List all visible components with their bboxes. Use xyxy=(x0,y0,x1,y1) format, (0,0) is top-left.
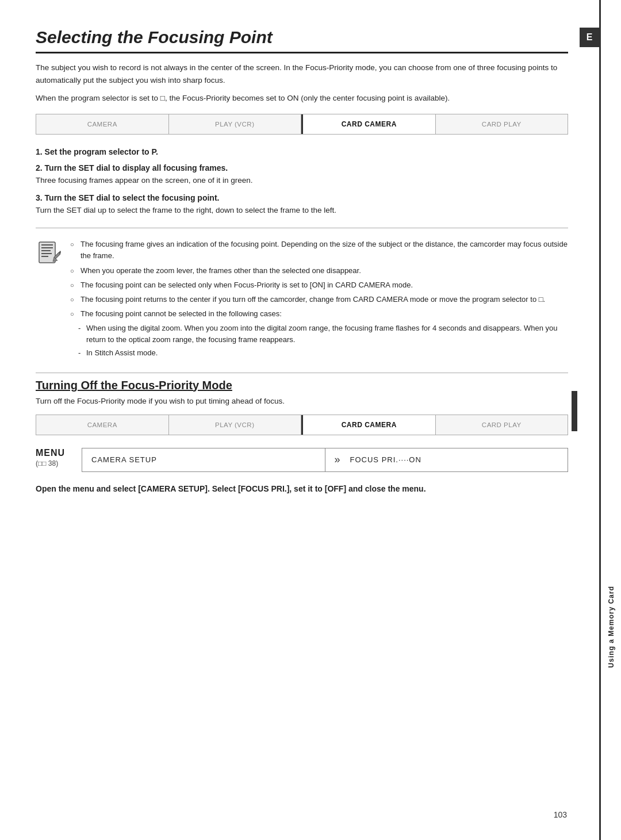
mode-play-vcr-2: PLAY (VCR) xyxy=(169,415,302,435)
svg-rect-3 xyxy=(41,250,51,251)
step-3: 3. Turn the SET dial to select the focus… xyxy=(36,193,568,216)
mode-play-vcr-1: PLAY (VCR) xyxy=(169,114,302,134)
final-instruction: Open the menu and select [CAMERA SETUP].… xyxy=(36,482,568,495)
section-2-intro: Turn off the Focus-Priority mode if you … xyxy=(36,397,568,405)
page-title: Selecting the Focusing Point xyxy=(36,28,568,53)
side-tab: Using a Memory Card xyxy=(599,0,621,840)
step-2: 2. Turn the SET dial to display all focu… xyxy=(36,163,568,186)
menu-label: MENU xyxy=(36,448,65,458)
mode-selector-bar-2: CAMERA PLAY (VCR) CARD CAMERA CARD PLAY xyxy=(36,415,568,435)
mode-selector-bar-1: CAMERA PLAY (VCR) CARD CAMERA CARD PLAY xyxy=(36,114,568,135)
menu-label-block: MENU (□□ 38) xyxy=(36,448,76,472)
svg-rect-4 xyxy=(41,253,52,254)
step-3-title: 3. Turn the SET dial to select the focus… xyxy=(36,193,568,202)
note-list: The focusing frame gives an indication o… xyxy=(70,239,568,360)
svg-rect-2 xyxy=(41,247,53,248)
note-item-5: The focusing point cannot be selected in… xyxy=(70,308,568,320)
sub-note-2: In Stitch Assist mode. xyxy=(78,347,568,359)
intro-paragraph-1: The subject you wish to record is not al… xyxy=(36,62,568,86)
menu-box: CAMERA SETUP » FOCUS PRI.····ON xyxy=(82,448,568,472)
note-item-2: When you operate the zoom lever, the fra… xyxy=(70,265,568,277)
page-number: 103 xyxy=(554,810,567,819)
mode-camera-2: CAMERA xyxy=(36,415,169,435)
menu-focus-value: FOCUS PRI.····ON xyxy=(350,455,421,464)
mode-card-play-2: CARD PLAY xyxy=(436,415,568,435)
step-2-desc: Three focusing frames appear on the scre… xyxy=(36,175,568,186)
svg-rect-5 xyxy=(41,256,48,257)
section-marker-bar xyxy=(572,391,577,431)
mode-camera-1: CAMERA xyxy=(36,114,169,134)
note-icon xyxy=(36,240,62,266)
note-item-4: The focusing point returns to the center… xyxy=(70,294,568,305)
divider-1 xyxy=(36,228,568,228)
note-item-3: The focusing point can be selected only … xyxy=(70,279,568,291)
step-1: 1. Set the program selector to P. xyxy=(36,147,568,156)
menu-arrow-icon: » xyxy=(335,454,341,466)
step-3-desc: Turn the SET dial up to select the frame… xyxy=(36,205,568,216)
sub-note-1: When using the digital zoom. When you zo… xyxy=(78,323,568,346)
mode-card-camera-2: CARD CAMERA xyxy=(303,415,436,435)
section-2-heading: Turning Off the Focus-Priority Mode xyxy=(36,379,568,392)
svg-rect-1 xyxy=(41,244,53,246)
step-2-title: 2. Turn the SET dial to display all focu… xyxy=(36,163,568,172)
menu-ref: (□□ 38) xyxy=(36,459,58,467)
menu-camera-setup: CAMERA SETUP xyxy=(82,448,325,471)
menu-row: MENU (□□ 38) CAMERA SETUP » FOCUS PRI.··… xyxy=(36,448,568,472)
intro-paragraph-2: When the program selector is set to □, t… xyxy=(36,92,568,105)
notes-section: The focusing frame gives an indication o… xyxy=(36,239,568,360)
divider-2 xyxy=(36,373,568,373)
step-1-title: 1. Set the program selector to P. xyxy=(36,147,568,156)
mode-card-play-1: CARD PLAY xyxy=(436,114,568,134)
e-section-badge: E xyxy=(580,28,599,47)
menu-focus-pri: » FOCUS PRI.····ON xyxy=(325,448,568,471)
side-tab-label: Using a Memory Card xyxy=(607,586,615,668)
note-item-1: The focusing frame gives an indication o… xyxy=(70,239,568,262)
mode-card-camera-1: CARD CAMERA xyxy=(303,114,436,134)
